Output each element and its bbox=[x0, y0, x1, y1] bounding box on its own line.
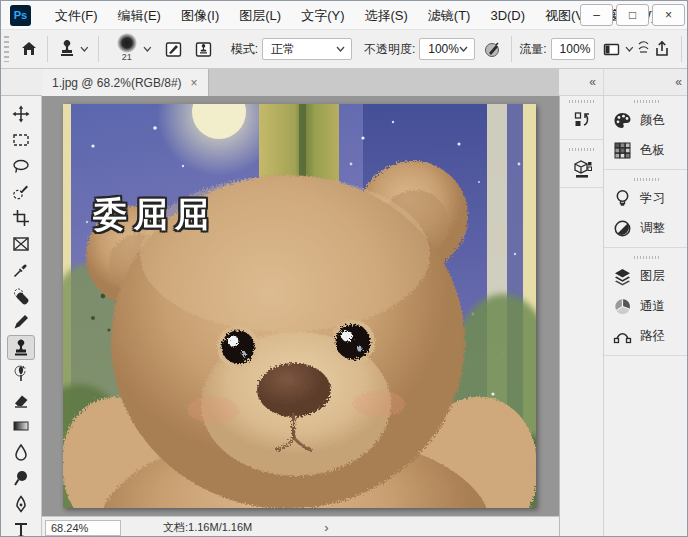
mode-label: 模式: bbox=[231, 41, 258, 58]
tool-dodge[interactable] bbox=[7, 465, 35, 490]
dock-headers: « « bbox=[559, 69, 688, 96]
wide-panel-dock: 颜色 色板 学习 调整 图层 通道 bbox=[604, 96, 688, 537]
home-icon[interactable] bbox=[17, 37, 40, 61]
drag-handle[interactable] bbox=[634, 178, 660, 181]
menu-item-image[interactable]: 图像(I) bbox=[171, 1, 229, 30]
panel-label: 色板 bbox=[640, 142, 665, 159]
pen-pressure-size-icon[interactable] bbox=[638, 40, 649, 58]
tool-brush[interactable] bbox=[7, 309, 35, 334]
lightbulb-icon bbox=[613, 189, 632, 208]
menu-item-filter[interactable]: 滤镜(T) bbox=[418, 1, 481, 30]
brush-preset-picker[interactable]: 21 bbox=[112, 33, 141, 65]
photoshop-window: Ps 文件(F) 编辑(E) 图像(I) 图层(L) 文字(Y) 选择(S) 滤… bbox=[0, 0, 688, 537]
chevron-down-icon bbox=[336, 46, 345, 52]
tool-options-bar: 21 模式: 正常 不透明度: 100% 流量: 100% bbox=[1, 30, 688, 69]
zoom-level-field[interactable]: 68.24% bbox=[45, 520, 121, 536]
tools-panel bbox=[1, 96, 42, 537]
image-caption-text: 委屈屈 bbox=[93, 192, 216, 238]
clone-stamp-preset-icon[interactable] bbox=[55, 37, 78, 61]
drag-handle[interactable] bbox=[634, 256, 660, 259]
collapse-icon: « bbox=[675, 75, 681, 89]
maximize-button[interactable]: □ bbox=[616, 4, 649, 26]
tool-gradient[interactable] bbox=[7, 413, 35, 438]
drag-handle[interactable] bbox=[634, 100, 660, 103]
document-size-info: 文档:1.16M/1.16M bbox=[163, 520, 252, 535]
collapse-icon: « bbox=[589, 75, 595, 89]
share-icon[interactable] bbox=[651, 37, 674, 61]
chevron-down-icon[interactable] bbox=[143, 46, 152, 52]
tool-blur[interactable] bbox=[7, 439, 35, 464]
chevron-down-icon[interactable] bbox=[625, 46, 634, 52]
brush-size-value: 21 bbox=[122, 53, 132, 62]
document-tab-row: 1.jpg @ 68.2%(RGB/8#) × « « bbox=[1, 69, 688, 96]
tool-lasso[interactable] bbox=[7, 153, 35, 178]
collapse-narrow-dock-button[interactable]: « bbox=[559, 69, 604, 95]
color-palette-icon bbox=[613, 111, 632, 130]
panel-button-adjustments[interactable]: 调整 bbox=[604, 213, 688, 243]
blend-mode-value: 正常 bbox=[271, 41, 295, 58]
brush-tip-preview bbox=[117, 33, 137, 53]
tool-frame[interactable] bbox=[7, 231, 35, 256]
panel-button-learn[interactable]: 学习 bbox=[604, 183, 688, 213]
tool-spot-healing-brush[interactable] bbox=[7, 283, 35, 308]
tool-move[interactable] bbox=[7, 101, 35, 126]
brush-settings-panel-icon[interactable] bbox=[162, 37, 185, 61]
canvas-area[interactable]: 委屈屈 bbox=[42, 96, 559, 516]
separator bbox=[604, 355, 688, 356]
document-image[interactable]: 委屈屈 bbox=[63, 104, 536, 508]
panel-label: 学习 bbox=[640, 190, 665, 207]
document-tab[interactable]: 1.jpg @ 68.2%(RGB/8#) × bbox=[42, 69, 209, 96]
channels-icon bbox=[613, 297, 632, 316]
separator bbox=[560, 139, 603, 140]
tool-clone-stamp[interactable] bbox=[7, 335, 35, 360]
panel-button-layers[interactable]: 图层 bbox=[604, 261, 688, 291]
separator bbox=[604, 247, 688, 248]
flow-label: 流量: bbox=[519, 41, 546, 58]
menu-item-file[interactable]: 文件(F) bbox=[45, 1, 108, 30]
status-options-chevron[interactable]: › bbox=[324, 520, 328, 535]
menu-item-edit[interactable]: 编辑(E) bbox=[108, 1, 171, 30]
panel-button-color[interactable]: 颜色 bbox=[604, 105, 688, 135]
collapse-wide-dock-button[interactable]: « bbox=[604, 69, 688, 95]
separator bbox=[511, 36, 512, 62]
blend-mode-select[interactable]: 正常 bbox=[262, 38, 352, 60]
pressure-opacity-icon[interactable] bbox=[481, 37, 504, 61]
panel-button-channels[interactable]: 通道 bbox=[604, 291, 688, 321]
tool-eraser[interactable] bbox=[7, 387, 35, 412]
flow-select[interactable]: 100% bbox=[551, 38, 595, 60]
tool-pen[interactable] bbox=[7, 491, 35, 516]
drag-handle[interactable] bbox=[569, 148, 595, 151]
drag-handle[interactable] bbox=[569, 100, 595, 103]
menu-item-layer[interactable]: 图层(L) bbox=[229, 1, 291, 30]
tool-crop[interactable] bbox=[7, 205, 35, 230]
opacity-select[interactable]: 100% bbox=[419, 38, 475, 60]
tool-type[interactable] bbox=[7, 517, 35, 537]
tab-close-icon[interactable]: × bbox=[191, 76, 198, 90]
separator bbox=[604, 169, 688, 170]
opacity-value: 100% bbox=[428, 42, 459, 56]
tool-object-selection[interactable] bbox=[7, 179, 35, 204]
panel-button-paths[interactable]: 路径 bbox=[604, 321, 688, 351]
menu-item-select[interactable]: 选择(S) bbox=[354, 1, 417, 30]
menu-item-type[interactable]: 文字(Y) bbox=[291, 1, 354, 30]
options-bar-grip[interactable] bbox=[4, 36, 9, 62]
opacity-label: 不透明度: bbox=[364, 41, 415, 58]
menu-item-3d[interactable]: 3D(D) bbox=[480, 1, 535, 30]
tool-rectangular-marquee[interactable] bbox=[7, 127, 35, 152]
panel-label: 路径 bbox=[640, 328, 665, 345]
layers-icon bbox=[613, 267, 632, 286]
tool-history-brush[interactable] bbox=[7, 361, 35, 386]
3d-panel-icon[interactable] bbox=[566, 153, 598, 183]
clone-source-panel-icon[interactable] bbox=[191, 37, 214, 61]
chevron-down-icon[interactable] bbox=[80, 46, 89, 52]
logo-text: Ps bbox=[14, 9, 27, 21]
tool-eyedropper[interactable] bbox=[7, 257, 35, 282]
menu-bar: Ps 文件(F) 编辑(E) 图像(I) 图层(L) 文字(Y) 选择(S) 滤… bbox=[1, 1, 688, 30]
tabrow-left-spacer bbox=[1, 69, 42, 96]
history-panel-icon[interactable] bbox=[566, 105, 598, 135]
close-button[interactable]: × bbox=[652, 4, 685, 26]
minimize-button[interactable]: – bbox=[580, 4, 613, 26]
panel-label: 颜色 bbox=[640, 112, 665, 129]
airbrush-toggle-icon[interactable] bbox=[600, 37, 623, 61]
panel-button-swatches[interactable]: 色板 bbox=[604, 135, 688, 165]
